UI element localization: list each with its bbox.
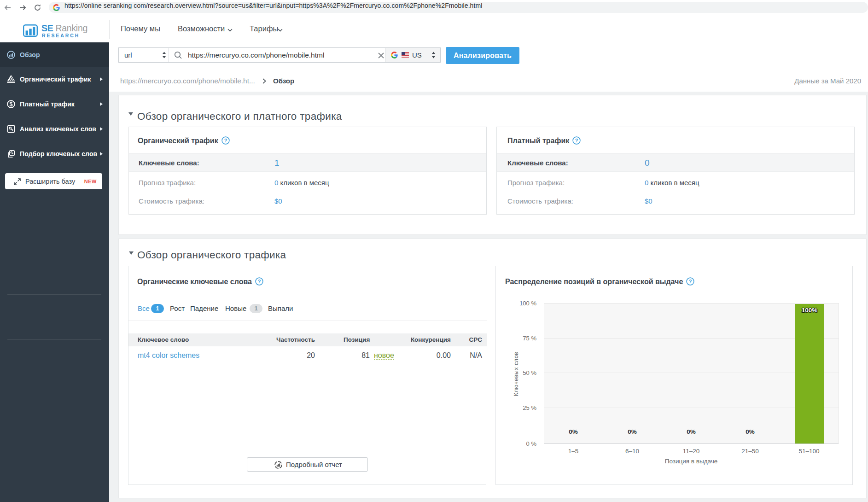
svg-text:?: ? <box>224 138 227 143</box>
svg-text:?: ? <box>689 279 692 284</box>
svg-text:?: ? <box>575 138 578 143</box>
svg-text:?: ? <box>258 279 261 284</box>
